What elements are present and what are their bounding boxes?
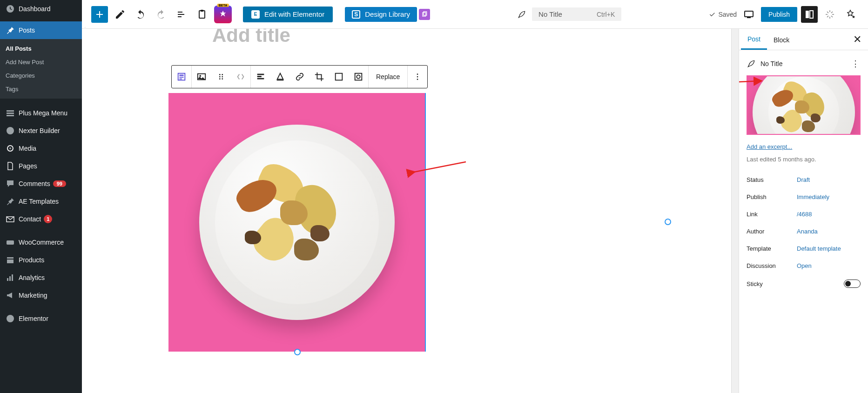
author-value[interactable]: Ananda <box>797 228 818 235</box>
svg-line-47 <box>414 162 466 172</box>
menu-icon <box>6 108 15 118</box>
duotone-button[interactable] <box>349 66 368 88</box>
replace-button[interactable]: Replace <box>369 73 407 80</box>
submenu-all-posts[interactable]: All Posts <box>0 42 82 55</box>
block-type-icon[interactable] <box>172 66 191 88</box>
svg-rect-18 <box>201 10 203 12</box>
svg-rect-39 <box>257 78 264 80</box>
crop-button[interactable] <box>310 66 329 88</box>
design-library-button[interactable]: S Design Library <box>345 7 417 22</box>
undo-button[interactable] <box>132 6 149 23</box>
editor-topbar: E Edit with Elementor S Design Library N… <box>82 0 868 29</box>
list-view-button[interactable] <box>173 6 190 23</box>
library-copy-icon[interactable] <box>419 9 430 20</box>
publish-value[interactable]: Immediately <box>797 193 829 200</box>
author-label: Author <box>747 228 797 235</box>
tab-block[interactable]: Block <box>767 30 796 49</box>
tab-post[interactable]: Post <box>741 29 767 50</box>
beta-icon[interactable] <box>214 6 232 23</box>
preview-button[interactable] <box>740 6 757 23</box>
svg-rect-26 <box>179 74 183 76</box>
nexter-builder-label: Nexter Builder <box>19 127 60 134</box>
editor-body: Add title <box>82 29 868 393</box>
svg-rect-28 <box>179 79 182 80</box>
sidebar-item-ae-templates[interactable]: AE Templates <box>0 193 82 210</box>
feather-icon <box>517 10 526 19</box>
svg-point-45 <box>417 76 418 78</box>
submenu-tags[interactable]: Tags <box>0 82 82 96</box>
vertical-scrollbar[interactable] <box>731 29 739 393</box>
editor-canvas[interactable]: Add title <box>82 29 731 393</box>
media-label: Media <box>19 145 36 152</box>
link-value[interactable]: /4688 <box>797 211 812 218</box>
saved-indicator: Saved <box>708 11 737 18</box>
svg-point-44 <box>417 73 418 75</box>
discussion-value[interactable]: Open <box>797 262 812 269</box>
image-block[interactable] <box>168 93 426 352</box>
svg-rect-16 <box>178 16 182 17</box>
svg-rect-1 <box>7 113 14 114</box>
options-button[interactable] <box>842 6 859 23</box>
marketing-label: Marketing <box>19 292 47 299</box>
sidebar-item-products[interactable]: Products <box>0 251 82 269</box>
caption-button[interactable] <box>270 66 290 88</box>
sidebar-item-contact[interactable]: Contact 1 <box>0 210 82 228</box>
resize-handle[interactable] <box>294 349 301 355</box>
image-block-icon[interactable] <box>192 66 211 88</box>
analytics-icon <box>6 273 15 282</box>
sidebar-item-dashboard[interactable]: Dashboard <box>0 0 82 18</box>
sidebar-item-plus-mega-menu[interactable]: Plus Mega Menu <box>0 104 82 122</box>
drag-handle-icon[interactable] <box>211 66 231 88</box>
sidebar-item-elementor[interactable]: Elementor <box>0 310 82 327</box>
post-actions-icon[interactable]: ⋮ <box>851 59 861 69</box>
post-title-launcher[interactable]: No Title Ctrl+K <box>532 7 621 21</box>
svg-rect-40 <box>277 80 284 80</box>
svg-rect-8 <box>7 257 13 259</box>
publish-button[interactable]: Publish <box>761 7 797 22</box>
sidebar-item-posts[interactable]: Posts <box>0 21 82 39</box>
title-placeholder[interactable]: Add title <box>82 29 290 47</box>
edit-with-elementor-button[interactable]: E Edit with Elementor <box>243 7 333 22</box>
plugin-button[interactable] <box>821 6 838 23</box>
template-label: Template <box>747 245 797 252</box>
elementor-logo-icon: E <box>251 10 260 19</box>
align-button[interactable] <box>251 66 270 88</box>
woo-icon <box>6 238 15 247</box>
add-excerpt-link[interactable]: Add an excerpt... <box>747 143 861 150</box>
svg-rect-7 <box>7 240 14 245</box>
redo-button[interactable] <box>153 6 169 23</box>
settings-toggle-button[interactable] <box>801 6 818 23</box>
sidebar-item-media[interactable]: Media <box>0 140 82 157</box>
submenu-categories[interactable]: Categories <box>0 69 82 82</box>
link-button[interactable] <box>290 66 310 88</box>
contact-badge: 1 <box>44 215 52 223</box>
sidebar-item-nexter-builder[interactable]: Nexter Builder <box>0 122 82 140</box>
submenu-add-new-post[interactable]: Add New Post <box>0 55 82 69</box>
status-value[interactable]: Draft <box>797 176 810 183</box>
sidebar-item-marketing[interactable]: Marketing <box>0 286 82 304</box>
pages-label: Pages <box>19 162 37 170</box>
sidebar-item-pages[interactable]: Pages <box>0 157 82 175</box>
edit-button[interactable] <box>112 6 128 23</box>
sidebar-item-comments[interactable]: Comments 99 <box>0 175 82 193</box>
analytics-label: Analytics <box>19 274 45 281</box>
sidebar-item-analytics[interactable]: Analytics <box>0 269 82 286</box>
text-overlay-button[interactable] <box>329 66 349 88</box>
sticky-label: Sticky <box>747 280 797 287</box>
add-block-button[interactable] <box>91 6 108 23</box>
clipboard-button[interactable] <box>194 6 210 23</box>
close-settings-button[interactable]: ✕ <box>848 30 866 49</box>
plus-mega-menu-label: Plus Mega Menu <box>19 109 67 117</box>
svg-rect-23 <box>806 11 809 18</box>
saved-label: Saved <box>718 11 737 18</box>
sticky-toggle[interactable] <box>844 280 861 288</box>
sidebar-item-woocommerce[interactable]: WooCommerce <box>0 233 82 251</box>
template-value[interactable]: Default template <box>797 245 841 252</box>
svg-point-30 <box>199 75 201 77</box>
svg-point-35 <box>219 78 221 80</box>
settings-panel: Post Block ✕ No Title ⋮ <box>739 29 868 393</box>
more-options-button[interactable] <box>408 66 427 88</box>
woocommerce-label: WooCommerce <box>19 239 64 246</box>
resize-handle-right[interactable] <box>665 219 671 225</box>
move-arrows-icon[interactable] <box>231 66 250 88</box>
